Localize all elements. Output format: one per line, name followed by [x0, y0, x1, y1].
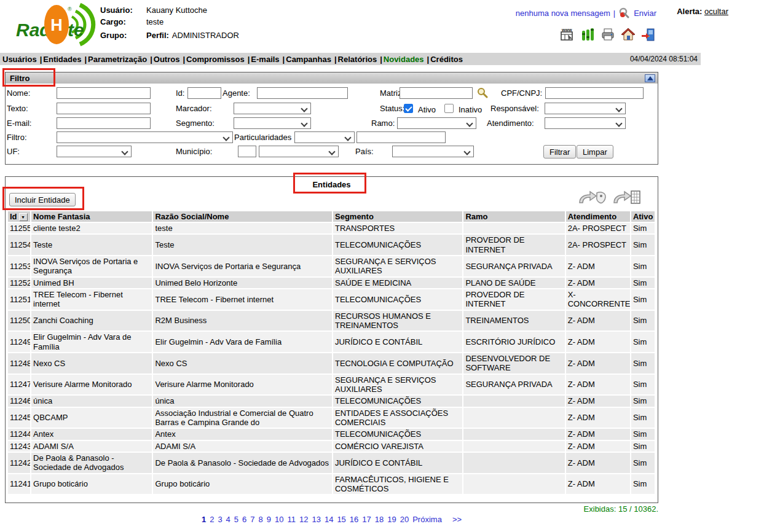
export-map-icon[interactable] [578, 189, 607, 206]
menu-item-novidades[interactable]: Novidades [384, 55, 424, 64]
marcador-select[interactable] [234, 103, 311, 114]
page-link-5[interactable]: 5 [234, 515, 238, 524]
table-row-11246[interactable]: 11246únicaúnicaTELECOMUNICAÇÕESZ- ADMSim [8, 396, 655, 406]
page-link-15[interactable]: 15 [337, 515, 345, 524]
filtrar-button[interactable]: Filtrar [543, 145, 576, 158]
table-row-11252[interactable]: 11252Unimed BHUnimed Belo HorizonteSAÚDE… [8, 278, 655, 288]
particularidades-input[interactable] [356, 131, 446, 143]
page-link-14[interactable]: 14 [325, 515, 333, 524]
segmento-select[interactable] [234, 117, 311, 129]
menu-item-compromissos[interactable]: Compromissos [186, 55, 245, 64]
pais-select[interactable] [392, 146, 474, 157]
page-link-12[interactable]: 12 [299, 515, 308, 524]
send-message-icon[interactable] [618, 7, 631, 19]
filter-titlebar: Filtro [6, 72, 658, 84]
page-link-16[interactable]: 16 [350, 515, 358, 524]
cell-razao: Unimed Belo Horizonte [153, 278, 332, 288]
table-row-11250[interactable]: 11250Zanchi CoachingR2M BusinessRECURSOS… [8, 311, 655, 331]
home-icon[interactable] [621, 27, 636, 42]
table-row-11243[interactable]: 11243ADAMI S/AADAMI S/ACOMÉRCIO VAREJIST… [8, 441, 655, 452]
export-spreadsheet-icon[interactable] [612, 189, 642, 206]
column-header-nome-fantasia: Nome Fantasia [31, 211, 152, 222]
menu-item-entidades[interactable]: Entidades [43, 55, 81, 64]
statistics-icon[interactable] [580, 27, 595, 42]
cell-ativo: Sim [631, 429, 655, 439]
page: Radi H te ® Usuário: Kauany Kuttoche Car… [0, 0, 764, 532]
limpar-button[interactable]: Limpar [577, 145, 613, 158]
alert-ocultar-link[interactable]: ocultar [704, 7, 728, 16]
cell-id: 11247 [8, 375, 30, 395]
incluir-entidade-button[interactable]: Incluir Entidade [9, 193, 76, 206]
page-link-2[interactable]: 2 [210, 515, 214, 524]
column-header-atendimento: Atendimento [566, 211, 630, 222]
print-icon[interactable] [601, 27, 615, 42]
menu-item-outros[interactable]: Outros [154, 55, 180, 64]
filtro-select[interactable] [57, 131, 233, 143]
table-row-11251[interactable]: 11251TREE Telecom - Fibernet internetTRE… [8, 289, 655, 310]
nome-input[interactable] [57, 87, 151, 99]
logout-door-icon[interactable] [641, 27, 656, 42]
page-link-1[interactable]: 1 [202, 515, 206, 524]
menu-separator: | [334, 55, 337, 64]
table-row-11247[interactable]: 11247Verisure Alarme MonitoradoVerisure … [8, 375, 655, 395]
send-link[interactable]: Enviar [634, 9, 656, 18]
id-input[interactable] [187, 87, 221, 99]
menu-item-parametriza-o[interactable]: Parametrização [88, 55, 147, 64]
page-link-19[interactable]: 19 [387, 515, 396, 524]
cell-segmento: SEGURANÇA E SERVIÇOS AUXILIARES [333, 375, 462, 395]
particularidades-select[interactable] [294, 131, 355, 143]
matriz-search-icon[interactable] [477, 87, 488, 98]
table-row-11244[interactable]: 11244AntexAntexTELECOMUNICAÇÕESZ- ADMSim [8, 429, 655, 439]
column-header-raz-o-social-nome: Razão Social/Nome [153, 211, 332, 222]
id-sort-dropdown-button[interactable]: ▼ [19, 213, 28, 221]
municipio-select[interactable] [259, 146, 339, 157]
municipio-code-input[interactable] [238, 146, 256, 157]
page-link-7[interactable]: 7 [250, 515, 254, 524]
page-link-13[interactable]: 13 [312, 515, 320, 524]
page-link-18[interactable]: 18 [375, 515, 384, 524]
responsavel-select[interactable] [545, 103, 626, 114]
page-link-20[interactable]: 20 [400, 515, 409, 524]
page-link-10[interactable]: 10 [275, 515, 283, 524]
menu-item-campanhas[interactable]: Campanhas [286, 55, 331, 64]
table-row-11254[interactable]: 11254TesteTesteTELECOMUNICAÇÕESPROVEDOR … [8, 235, 655, 255]
table-row-11241[interactable]: 11241Grupo boticárioGrupo boticárioFARMA… [8, 474, 655, 495]
page-link-3[interactable]: 3 [218, 515, 222, 524]
menu-separator: | [427, 55, 430, 64]
column-header-ativo: Ativo [631, 211, 655, 222]
status-inativo-checkbox[interactable] [444, 104, 454, 113]
page-link-4[interactable]: 4 [226, 515, 230, 524]
segmento-label: Segmento: [176, 117, 215, 129]
cpf-cnpj-input[interactable] [545, 87, 644, 99]
table-row-11255[interactable]: 11255cliente teste2testeTRANSPORTES2A- P… [8, 223, 655, 233]
ramo-select[interactable] [397, 117, 476, 129]
menu-item-relat-rios[interactable]: Relatórios [338, 55, 377, 64]
agente-input[interactable] [257, 87, 348, 99]
page-link-6[interactable]: 6 [242, 515, 246, 524]
page-link-17[interactable]: 17 [362, 515, 371, 524]
page-link-9[interactable]: 9 [267, 515, 271, 524]
menu-item-cr-ditos[interactable]: Créditos [430, 55, 463, 64]
uf-select[interactable] [57, 146, 132, 157]
table-row-11242[interactable]: 11242De Paola & Panasolo - Sociedade de … [8, 453, 655, 473]
table-row-11245[interactable]: 11245QBCAMPAssociação Industrial e Comer… [8, 408, 655, 428]
page-link-11[interactable]: 11 [287, 515, 296, 524]
matriz-input[interactable] [400, 87, 473, 99]
next-page-link[interactable]: Próxima [412, 515, 442, 524]
menu-item-e-mails[interactable]: E-mails [251, 55, 279, 64]
no-messages-link[interactable]: nenhuma nova mensagem [516, 9, 610, 18]
table-row-11249[interactable]: 11249Elir Gugelmin - Adv Vara de Família… [8, 332, 655, 352]
cell-ramo [463, 223, 564, 233]
site-www-icon[interactable]: www [560, 27, 575, 42]
texto-input[interactable] [57, 103, 151, 114]
page-link-8[interactable]: 8 [259, 515, 263, 524]
email-input[interactable] [57, 117, 151, 129]
atendimento-select[interactable] [545, 117, 626, 129]
last-page-link[interactable]: >> [452, 515, 462, 524]
menu-item-usu-rios[interactable]: Usuários [2, 55, 37, 64]
table-row-11248[interactable]: 11248Nexo CSNexo CSTECNOLOGIA E COMPUTAÇ… [8, 353, 655, 374]
cell-atendimento: Z- ADM [566, 332, 630, 352]
status-ativo-checkbox[interactable] [404, 104, 413, 113]
collapse-filter-button[interactable] [645, 74, 655, 82]
table-row-11253[interactable]: 11253INOVA Serviços de Portaria e Segura… [8, 256, 655, 276]
